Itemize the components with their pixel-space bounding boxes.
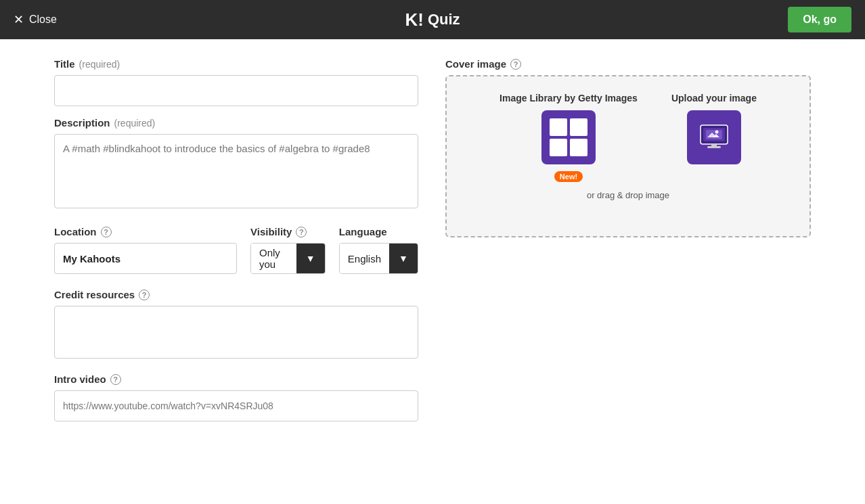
title-field-group: Title (required) [54, 58, 418, 106]
description-label: Description (required) [54, 117, 418, 129]
visibility-label: Visibility ? [250, 226, 326, 237]
language-dropdown-arrow[interactable]: ▼ [389, 244, 418, 273]
title-required: (required) [79, 59, 120, 70]
getty-icon [541, 110, 596, 164]
upload-image-button[interactable] [687, 110, 741, 164]
getty-images-button[interactable] [541, 110, 596, 164]
credit-resources-field-group: Credit resources ? [54, 289, 418, 361]
close-icon: ✕ [14, 12, 24, 27]
description-textarea[interactable] [54, 134, 418, 208]
title-input[interactable] [54, 75, 418, 106]
credit-resources-help-icon[interactable]: ? [139, 290, 150, 300]
intro-video-help-icon[interactable]: ? [110, 374, 121, 385]
ok-go-button[interactable]: Ok, go [788, 7, 851, 32]
app-title: Quiz [428, 11, 460, 28]
language-select[interactable]: English ▼ [339, 243, 418, 274]
svg-rect-7 [707, 146, 721, 148]
language-value: English [340, 244, 389, 273]
intro-video-label: Intro video ? [54, 373, 418, 385]
close-button[interactable]: ✕ Close [14, 12, 57, 27]
language-label: Language [339, 226, 418, 237]
intro-video-input[interactable] [54, 390, 418, 421]
cover-image-label: Cover image ? [445, 58, 811, 70]
title-label: Title (required) [54, 58, 418, 70]
right-column: Cover image ? Image Library by Getty Ima… [445, 58, 811, 421]
k-logo-icon: K! [405, 9, 423, 30]
intro-video-field-group: Intro video ? [54, 373, 418, 421]
location-label: Location ? [54, 226, 237, 237]
bottom-fields: Location ? Visibility ? Only you ▼ [54, 226, 418, 274]
close-label: Close [29, 14, 57, 26]
upload-image-option: Upload your image [671, 93, 757, 164]
visibility-value: Only you [251, 244, 296, 273]
svg-point-5 [715, 131, 718, 134]
upload-icon [687, 110, 741, 164]
location-input[interactable] [54, 243, 237, 274]
visibility-dropdown-arrow[interactable]: ▼ [296, 244, 325, 273]
cover-image-dropzone[interactable]: Image Library by Getty Images New! [445, 75, 811, 237]
main-content: Title (required) Description (required) [0, 39, 865, 504]
new-badge: New! [554, 171, 583, 182]
visibility-select[interactable]: Only you ▼ [250, 243, 326, 274]
cover-image-help-icon[interactable]: ? [510, 59, 521, 70]
description-field-group: Description (required) [54, 117, 418, 211]
credit-resources-textarea[interactable] [54, 306, 418, 359]
upload-image-label: Upload your image [671, 93, 757, 104]
location-help-icon[interactable]: ? [101, 227, 112, 237]
language-field-group: Language English ▼ [339, 226, 418, 274]
location-field-group: Location ? [54, 226, 237, 274]
cover-image-section: Cover image ? Image Library by Getty Ima… [445, 58, 811, 237]
left-column: Title (required) Description (required) [54, 58, 418, 421]
app-logo: K! Quiz [405, 9, 460, 30]
credit-resources-label: Credit resources ? [54, 289, 418, 300]
drag-drop-text: or drag & drop image [587, 190, 669, 200]
visibility-help-icon[interactable]: ? [296, 227, 307, 237]
cover-image-options: Image Library by Getty Images New! [467, 93, 789, 182]
getty-images-label: Image Library by Getty Images [500, 93, 638, 104]
form-layout: Title (required) Description (required) [54, 58, 811, 421]
getty-images-option: Image Library by Getty Images New! [500, 93, 638, 182]
description-required: (required) [114, 118, 156, 129]
visibility-field-group: Visibility ? Only you ▼ [250, 226, 326, 274]
header: ✕ Close K! Quiz Ok, go [0, 0, 865, 39]
